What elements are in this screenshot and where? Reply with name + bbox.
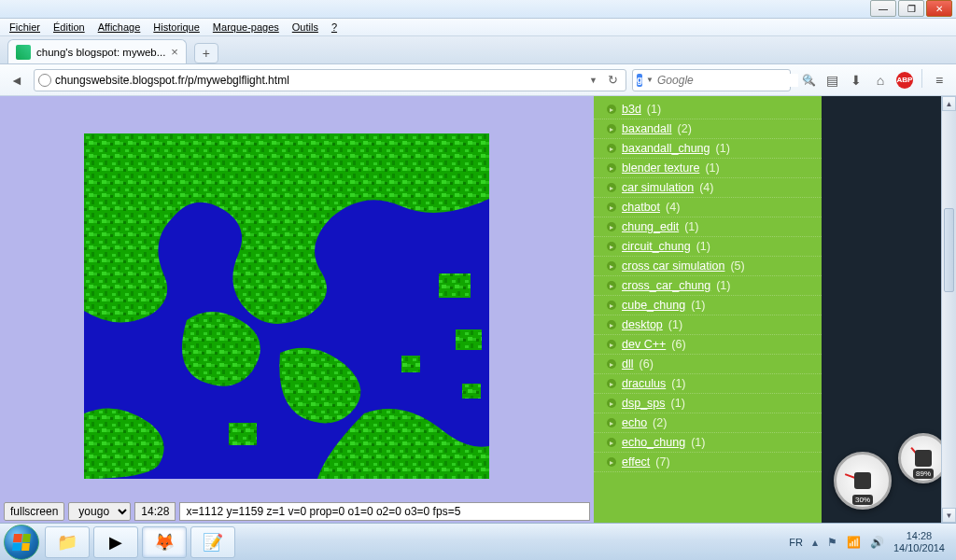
tag-link[interactable]: draculus: [622, 377, 666, 390]
reload-icon[interactable]: ↻: [604, 73, 622, 87]
tag-count: (2): [653, 416, 667, 429]
cpu-ram-gadget[interactable]: 89% 30%: [834, 433, 950, 517]
bullet-icon: ▸: [607, 379, 616, 388]
tag-link[interactable]: blender texture: [622, 161, 699, 175]
scroll-down-button[interactable]: ▼: [942, 508, 956, 523]
tray-network-icon[interactable]: 📶: [847, 536, 861, 549]
tag-item[interactable]: ▸cube_chung (1): [594, 296, 822, 315]
adblock-icon[interactable]: ABP: [893, 69, 916, 91]
tag-link[interactable]: cross car simulation: [622, 259, 724, 273]
tag-count: (6): [640, 357, 654, 371]
tag-count: (6): [671, 338, 685, 351]
hamburger-menu-icon[interactable]: ≡: [928, 69, 950, 91]
tag-item[interactable]: ▸baxandall (2): [594, 119, 822, 139]
tab-active[interactable]: chung's blogspot: myweb... ×: [7, 39, 187, 63]
tag-link[interactable]: b3d: [622, 103, 641, 116]
bullet-icon: ▸: [607, 183, 616, 192]
menu-view[interactable]: Affichage: [92, 20, 147, 35]
downloads-icon[interactable]: ⬇: [845, 69, 867, 91]
tag-link[interactable]: baxandall: [622, 122, 672, 135]
back-button[interactable]: ◄: [6, 69, 28, 91]
tag-item[interactable]: ▸car simulation (4): [594, 178, 822, 198]
tab-close-icon[interactable]: ×: [171, 45, 178, 59]
tag-link[interactable]: echo: [622, 416, 647, 429]
new-tab-button[interactable]: +: [194, 43, 218, 63]
tag-link[interactable]: dsp_sps: [622, 397, 666, 410]
tag-item[interactable]: ▸baxandall_chung (1): [594, 139, 822, 159]
taskbar-firefox-icon[interactable]: 🦊: [142, 526, 187, 558]
tag-item[interactable]: ▸desktop (1): [594, 315, 822, 335]
tag-item[interactable]: ▸chatbot (4): [594, 198, 822, 217]
tag-item[interactable]: ▸chung_edit (1): [594, 217, 822, 237]
search-engine-dropdown-icon[interactable]: ▼: [646, 76, 654, 84]
menu-tools[interactable]: Outils: [287, 20, 324, 35]
menu-bookmarks[interactable]: Marque-pages: [207, 20, 285, 35]
tag-link[interactable]: car simulation: [622, 181, 694, 194]
bookmark-star-icon[interactable]: ☆: [796, 69, 819, 91]
tag-link[interactable]: baxandall_chung: [622, 142, 710, 155]
menu-history[interactable]: Historique: [148, 20, 205, 35]
navigation-toolbar: ◄ chungswebsite.blogspot.fr/p/mywebglfli…: [0, 64, 956, 96]
vertical-scrollbar[interactable]: ▲ ▼: [941, 96, 956, 523]
tag-link[interactable]: circuit_chung: [622, 240, 691, 253]
tag-item[interactable]: ▸blender texture (1): [594, 159, 822, 178]
mode-select[interactable]: yougo: [68, 502, 131, 521]
tag-item[interactable]: ▸circuit_chung (1): [594, 237, 822, 257]
menu-edit[interactable]: Édition: [48, 20, 91, 35]
bullet-icon: ▸: [607, 222, 616, 231]
tag-link[interactable]: cross_car_chung: [622, 279, 710, 292]
menu-help[interactable]: ?: [326, 20, 343, 35]
tag-item[interactable]: ▸dll (6): [594, 355, 822, 374]
google-engine-icon[interactable]: g: [637, 74, 642, 87]
tray-volume-icon[interactable]: 🔊: [870, 536, 884, 549]
tag-link[interactable]: cube_chung: [622, 299, 685, 312]
scroll-thumb[interactable]: [944, 208, 954, 292]
status-readout: x=1112 y=1159 z=1 v=0 prop=0 o1=0 o2=0 o…: [179, 502, 590, 521]
bullet-icon: ▸: [607, 281, 616, 290]
tag-link[interactable]: effect: [622, 455, 650, 469]
menu-file[interactable]: Fichier: [4, 20, 46, 35]
tag-link[interactable]: chatbot: [622, 201, 660, 214]
reading-list-icon[interactable]: ▤: [821, 69, 843, 91]
tray-language[interactable]: FR: [789, 537, 803, 548]
tag-item[interactable]: ▸echo (2): [594, 413, 822, 433]
tag-item[interactable]: ▸echo_chung (1): [594, 433, 822, 453]
start-button[interactable]: [4, 525, 39, 560]
svg-rect-8: [456, 329, 482, 350]
taskbar-explorer-icon[interactable]: 📁: [45, 526, 90, 558]
window-maximize-button[interactable]: ❐: [898, 0, 924, 17]
tag-link[interactable]: chung_edit: [622, 220, 679, 233]
tag-count: (4): [666, 201, 680, 214]
tag-item[interactable]: ▸cross car simulation (5): [594, 257, 822, 276]
tag-item[interactable]: ▸effect (7): [594, 453, 822, 472]
tag-item[interactable]: ▸dsp_sps (1): [594, 394, 822, 413]
cpu-gauge: 30%: [834, 452, 892, 510]
tray-clock[interactable]: 14:28 14/10/2014: [893, 530, 945, 553]
window-close-button[interactable]: ✕: [926, 0, 952, 17]
tag-link[interactable]: echo_chung: [622, 436, 685, 449]
search-input[interactable]: [657, 74, 798, 87]
taskbar-mediaplayer-icon[interactable]: ▶: [93, 526, 138, 558]
tag-count: (4): [699, 181, 713, 194]
tag-link[interactable]: dev C++: [622, 338, 666, 351]
tray-expand-icon[interactable]: ▴: [812, 536, 818, 549]
tag-link[interactable]: desktop: [622, 318, 663, 331]
url-bar[interactable]: chungswebsite.blogspot.fr/p/mywebglfligh…: [34, 69, 626, 91]
page-main-area: fullscreen yougo 14:28 x=1112 y=1159 z=1…: [0, 96, 594, 523]
taskbar-notepadpp-icon[interactable]: 📝: [190, 526, 235, 558]
tag-link[interactable]: dll: [622, 357, 634, 371]
scroll-up-button[interactable]: ▲: [942, 96, 956, 111]
terrain-render: [84, 133, 489, 479]
tag-item[interactable]: ▸dev C++ (6): [594, 335, 822, 355]
home-icon[interactable]: ⌂: [869, 69, 892, 91]
window-minimize-button[interactable]: —: [870, 0, 896, 17]
tag-item[interactable]: ▸draculus (1): [594, 374, 822, 394]
tag-item[interactable]: ▸cross_car_chung (1): [594, 276, 822, 296]
system-tray: FR ▴ ⚑ 📶 🔊 14:28 14/10/2014: [789, 530, 952, 553]
search-bar[interactable]: g ▼ 🔍: [632, 69, 791, 91]
fullscreen-button[interactable]: fullscreen: [4, 502, 64, 521]
tray-flag-icon[interactable]: ⚑: [827, 536, 837, 549]
tag-item[interactable]: ▸b3d (1): [594, 100, 822, 119]
webgl-canvas[interactable]: [84, 133, 489, 479]
url-dropdown-icon[interactable]: ▼: [586, 76, 600, 85]
